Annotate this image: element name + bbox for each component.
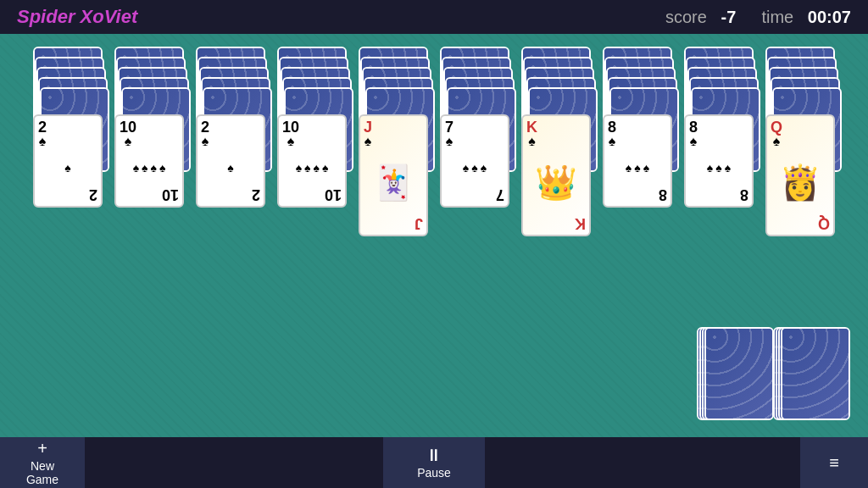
pip: ♠: [322, 161, 328, 175]
pause-button[interactable]: ⏸ Pause: [383, 437, 485, 488]
card-suit: ♠: [202, 135, 209, 148]
game-title: Spider XoViet: [17, 6, 137, 28]
menu-icon: ≡: [829, 454, 839, 471]
draw-stack-1[interactable]: [697, 327, 766, 420]
card-rank-bottom: K: [575, 216, 586, 231]
pip: ♠: [159, 161, 165, 175]
pip: ♠: [481, 161, 487, 175]
time-label: time: [761, 8, 793, 26]
pip: ♠: [142, 161, 147, 175]
card-suit: ♠: [287, 135, 295, 148]
card-column-7[interactable]: 8♠♠♠♠8: [599, 47, 676, 208]
card-pips: ♠♠♠♠: [120, 158, 179, 178]
card-suit: ♠: [39, 135, 47, 148]
pause-label: Pause: [417, 466, 451, 480]
card-rank-bottom: 10: [162, 187, 179, 202]
card-rank: 2: [201, 119, 209, 135]
card-suit: ♠: [446, 135, 453, 148]
draw-card-back: [781, 327, 850, 420]
card-column-9[interactable]: Q♠👸Q: [762, 47, 838, 236]
card-pips: ♠: [38, 158, 97, 178]
card-column-3[interactable]: 10♠♠♠♠♠10: [274, 47, 350, 208]
draw-card-back: [704, 327, 774, 420]
stacked-backs-2: [196, 47, 265, 123]
card-suit: ♠: [125, 135, 132, 148]
score-value: -7: [721, 8, 737, 26]
card-rank: 7: [445, 119, 453, 135]
stacked-backs-5: [440, 47, 509, 123]
card-pips: ♠♠♠: [608, 158, 667, 178]
card-rank-bottom: 8: [740, 187, 748, 202]
stacked-backs-7: [603, 47, 672, 123]
card-suit: ♠: [528, 135, 536, 148]
card-column-1[interactable]: 10♠♠♠♠♠10: [111, 47, 187, 208]
card-rank-bottom: J: [415, 216, 423, 231]
face-card-4[interactable]: J♠🃏J: [359, 114, 428, 236]
pip: ♠: [463, 161, 469, 175]
stacked-backs-8: [684, 47, 754, 123]
face-card-7[interactable]: 8♠♠♠♠8: [603, 114, 672, 208]
face-card-2[interactable]: 2♠♠2: [196, 114, 265, 208]
draw-stack-2[interactable]: [773, 327, 843, 420]
card-rank: 8: [689, 119, 698, 135]
card-column-4[interactable]: J♠🃏J: [355, 47, 431, 236]
face-card-9[interactable]: Q♠👸Q: [765, 114, 835, 236]
toolbar: + New Game ⏸ Pause ≡: [0, 437, 868, 488]
plus-icon: +: [37, 440, 47, 457]
card-suit: ♠: [609, 135, 616, 148]
card-rank-bottom: Q: [818, 216, 830, 231]
new-game-button[interactable]: + New Game: [0, 437, 85, 488]
menu-button[interactable]: ≡: [800, 437, 868, 488]
pip: ♠: [725, 161, 731, 175]
pip: ♠: [715, 161, 721, 175]
card-column-8[interactable]: 8♠♠♠♠8: [681, 47, 757, 208]
pip: ♠: [151, 161, 157, 175]
pip: ♠: [133, 161, 139, 175]
card-rank: 10: [120, 119, 136, 135]
card-rank: J: [364, 119, 372, 135]
card-rank-bottom: 2: [89, 187, 97, 202]
card-rank-bottom: 7: [496, 187, 504, 202]
face-card-8[interactable]: 8♠♠♠♠8: [684, 114, 754, 208]
card-pips: ♠♠♠♠: [282, 158, 342, 178]
card-column-6[interactable]: K♠👑K: [518, 47, 594, 236]
face-card-6[interactable]: K♠👑K: [521, 114, 591, 236]
card-rank: 2: [38, 119, 47, 135]
card-column-2[interactable]: 2♠♠2: [192, 47, 269, 208]
pip: ♠: [707, 161, 713, 175]
card-rank-bottom: 2: [252, 187, 260, 202]
pip: ♠: [296, 161, 302, 175]
stacked-backs-6: [521, 47, 591, 123]
face-card-0[interactable]: 2♠♠2: [33, 114, 103, 208]
card-rank: 10: [282, 119, 299, 135]
card-column-5[interactable]: 7♠♠♠♠7: [437, 47, 513, 208]
new-game-label: New Game: [17, 459, 68, 486]
score-label: score: [665, 8, 707, 26]
card-figure: 🃏: [364, 148, 423, 216]
face-card-3[interactable]: 10♠♠♠♠♠10: [277, 114, 347, 208]
pip: ♠: [626, 161, 632, 175]
stacked-backs-9: [765, 47, 835, 123]
score-area: score -7 time 00:07: [665, 8, 851, 27]
card-rank: K: [526, 119, 537, 135]
card-figure: 👸: [771, 148, 830, 216]
pip: ♠: [634, 161, 640, 175]
pip: ♠: [643, 161, 649, 175]
card-pips: ♠♠♠: [689, 158, 748, 178]
card-rank-bottom: 10: [325, 187, 342, 202]
pip: ♠: [64, 161, 70, 175]
pip: ♠: [471, 161, 477, 175]
time-value: 00:07: [808, 8, 851, 26]
face-card-5[interactable]: 7♠♠♠♠7: [440, 114, 509, 208]
card-figure: 👑: [526, 148, 586, 216]
pause-icon: ⏸: [426, 446, 442, 463]
header: Spider XoViet score -7 time 00:07: [0, 0, 868, 34]
face-card-1[interactable]: 10♠♠♠♠♠10: [114, 114, 184, 208]
card-rank: Q: [771, 119, 782, 135]
card-pips: ♠: [201, 158, 260, 178]
draw-pile[interactable]: [697, 327, 843, 420]
card-column-0[interactable]: 2♠♠2: [30, 47, 106, 208]
card-rank: 8: [608, 119, 616, 135]
pip: ♠: [314, 161, 320, 175]
stacked-backs-4: [359, 47, 428, 123]
